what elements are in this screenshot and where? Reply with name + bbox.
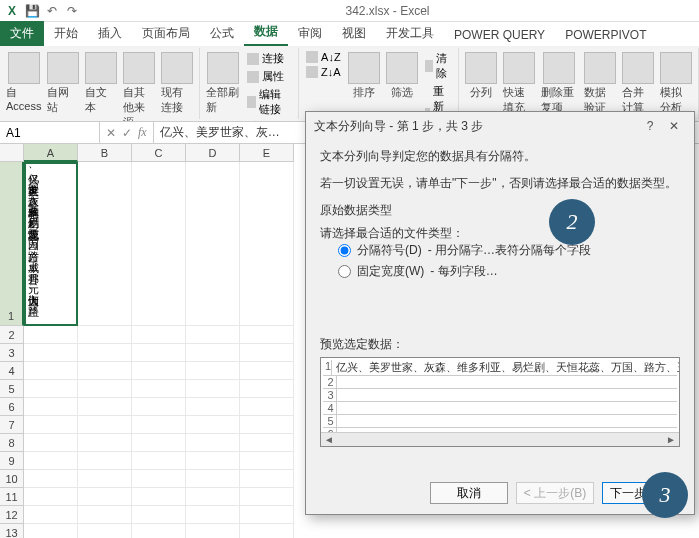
text-to-columns-button[interactable]: 分列 <box>463 50 499 102</box>
row-header[interactable]: 4 <box>0 362 24 380</box>
col-header[interactable]: D <box>186 144 240 162</box>
cell[interactable] <box>240 524 294 538</box>
radio-fixed-width[interactable]: 固定宽度(W) - 每列字段… <box>338 263 680 280</box>
row-header[interactable]: 11 <box>0 488 24 506</box>
flash-fill-button[interactable]: 快速填充 <box>501 50 537 117</box>
cell[interactable] <box>240 326 294 344</box>
cell[interactable] <box>78 524 132 538</box>
row-header[interactable]: 7 <box>0 416 24 434</box>
connections-button[interactable]: 连接 <box>244 50 294 67</box>
cell[interactable] <box>78 488 132 506</box>
cell[interactable] <box>24 398 78 416</box>
tab-home[interactable]: 开始 <box>44 21 88 46</box>
tab-review[interactable]: 审阅 <box>288 21 332 46</box>
cancel-button[interactable]: 取消 <box>430 482 508 504</box>
cell-a1[interactable]: 亿兴、美罗世家、灰森、维多利亚、易烂剧、天恒花蕊、万国、路方、玉威、邦香、元、迈… <box>24 162 78 326</box>
edit-links-button[interactable]: 编辑链接 <box>244 86 294 118</box>
tab-data[interactable]: 数据 <box>244 19 288 46</box>
col-header[interactable]: A <box>24 144 78 162</box>
cell[interactable] <box>78 416 132 434</box>
cell[interactable] <box>78 380 132 398</box>
cell[interactable] <box>132 362 186 380</box>
cell[interactable] <box>240 162 294 326</box>
tab-formula[interactable]: 公式 <box>200 21 244 46</box>
tab-view[interactable]: 视图 <box>332 21 376 46</box>
cell[interactable] <box>240 452 294 470</box>
cell[interactable] <box>24 362 78 380</box>
cell[interactable] <box>132 380 186 398</box>
preview-scrollbar[interactable]: ◄► <box>321 432 679 446</box>
sort-button[interactable]: 排序 <box>346 50 382 102</box>
row-header[interactable]: 5 <box>0 380 24 398</box>
row-header[interactable]: 8 <box>0 434 24 452</box>
cell[interactable] <box>186 380 240 398</box>
cell[interactable] <box>24 326 78 344</box>
cell[interactable] <box>78 344 132 362</box>
cell[interactable] <box>24 416 78 434</box>
cell[interactable] <box>186 506 240 524</box>
cell[interactable] <box>132 344 186 362</box>
name-box[interactable]: A1 <box>0 122 100 143</box>
cell[interactable] <box>132 452 186 470</box>
refresh-all-button[interactable]: 全部刷新 <box>204 50 242 117</box>
cell[interactable] <box>132 488 186 506</box>
row-header[interactable]: 3 <box>0 344 24 362</box>
cell[interactable] <box>240 470 294 488</box>
cell[interactable] <box>24 380 78 398</box>
row-header[interactable]: 1 <box>0 162 24 326</box>
cell[interactable] <box>132 416 186 434</box>
radio-delimited-input[interactable] <box>338 244 351 257</box>
cell[interactable] <box>24 506 78 524</box>
cell[interactable] <box>78 162 132 326</box>
cell[interactable] <box>132 470 186 488</box>
cell[interactable] <box>132 326 186 344</box>
cell[interactable] <box>186 344 240 362</box>
whatif-button[interactable]: 模拟分析 <box>658 50 694 117</box>
properties-button[interactable]: 属性 <box>244 68 294 85</box>
cell[interactable] <box>186 524 240 538</box>
tab-dev[interactable]: 开发工具 <box>376 21 444 46</box>
existing-conn-button[interactable]: 现有连接 <box>159 50 195 117</box>
cell[interactable] <box>78 452 132 470</box>
cell[interactable] <box>186 416 240 434</box>
cell[interactable] <box>78 506 132 524</box>
filter-button[interactable]: 筛选 <box>384 50 420 102</box>
cell[interactable] <box>186 470 240 488</box>
fx-cancel-icon[interactable]: ✕ <box>106 126 116 140</box>
cell[interactable] <box>240 488 294 506</box>
cell[interactable] <box>186 362 240 380</box>
sort-desc-button[interactable]: Z↓A <box>303 65 344 79</box>
radio-fixed-input[interactable] <box>338 265 351 278</box>
tab-insert[interactable]: 插入 <box>88 21 132 46</box>
cell[interactable] <box>186 452 240 470</box>
cell[interactable] <box>24 434 78 452</box>
cell[interactable] <box>240 362 294 380</box>
cell[interactable] <box>240 380 294 398</box>
tab-file[interactable]: 文件 <box>0 21 44 46</box>
select-all-corner[interactable] <box>0 144 24 162</box>
clear-button[interactable]: 清除 <box>422 50 454 82</box>
cell[interactable] <box>186 488 240 506</box>
cell[interactable] <box>24 488 78 506</box>
cell[interactable] <box>24 344 78 362</box>
close-icon[interactable]: ✕ <box>662 119 686 133</box>
cell[interactable] <box>78 470 132 488</box>
tab-powerpivot[interactable]: POWERPIVOT <box>555 24 656 46</box>
cell[interactable] <box>24 452 78 470</box>
cell[interactable] <box>132 506 186 524</box>
data-validation-button[interactable]: 数据验证 <box>582 50 618 117</box>
sort-asc-button[interactable]: A↓Z <box>303 50 344 64</box>
redo-icon[interactable]: ↷ <box>64 3 80 19</box>
cell[interactable] <box>240 434 294 452</box>
fx-accept-icon[interactable]: ✓ <box>122 126 132 140</box>
cell[interactable] <box>240 416 294 434</box>
remove-dup-button[interactable]: 删除重复项 <box>539 50 580 117</box>
row-header[interactable]: 13 <box>0 524 24 538</box>
cell[interactable] <box>186 326 240 344</box>
cell[interactable] <box>132 162 186 326</box>
tab-layout[interactable]: 页面布局 <box>132 21 200 46</box>
cell[interactable] <box>78 434 132 452</box>
cell[interactable] <box>240 398 294 416</box>
from-text-button[interactable]: 自文本 <box>83 50 119 117</box>
tab-powerquery[interactable]: POWER QUERY <box>444 24 555 46</box>
